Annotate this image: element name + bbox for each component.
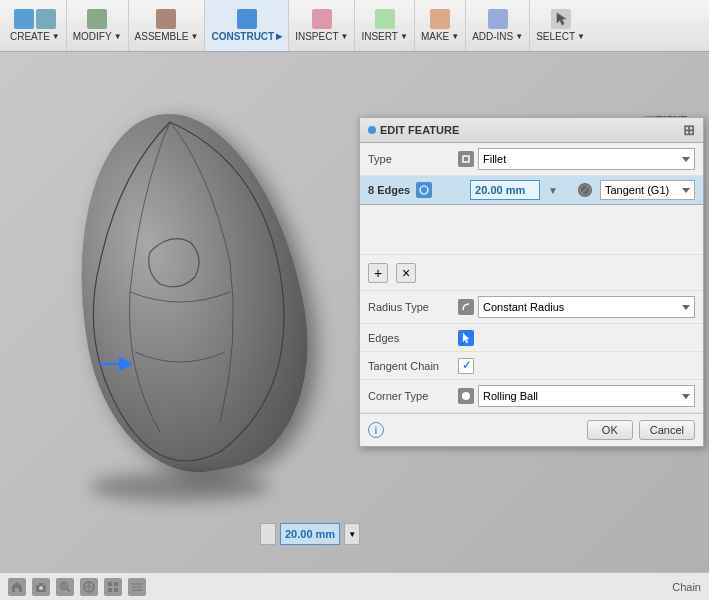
type-label: Type: [368, 153, 458, 165]
panel-body: Type Fillet 8 Edges: [360, 143, 703, 446]
status-icon-view[interactable]: [80, 578, 98, 596]
svg-line-19: [67, 589, 70, 592]
corner-type-content: Rolling Ball: [458, 385, 695, 407]
construct-group[interactable]: CONSTRUCT ▶: [205, 0, 289, 51]
modify-group[interactable]: MODIFY ▼: [67, 0, 129, 51]
insert-icon: [375, 9, 395, 29]
corner-type-select[interactable]: Rolling Ball: [478, 385, 695, 407]
select-icon: [551, 9, 571, 29]
svg-rect-27: [108, 588, 112, 592]
constant-radius-icon: [458, 299, 474, 315]
svg-rect-26: [114, 582, 118, 586]
inspect-icon: [312, 9, 332, 29]
canvas-area[interactable]: TOP FRONT RIGHT Y X Z RIGHT EDIT FEATURE…: [0, 52, 709, 600]
create-icon-1: [14, 9, 34, 29]
shape-shadow: [90, 472, 270, 502]
shape-lines-svg: [80, 112, 300, 472]
corner-type-label: Corner Type: [368, 390, 458, 402]
panel-header: EDIT FEATURE ⊞: [360, 118, 703, 143]
panel-title: EDIT FEATURE: [380, 124, 459, 136]
edit-feature-panel: EDIT FEATURE ⊞ Type Fillet: [359, 117, 704, 447]
rolling-ball-icon: [458, 388, 474, 404]
status-icon-zoom[interactable]: [56, 578, 74, 596]
dim-prefix: [260, 523, 276, 545]
tangent-chain-content: [458, 358, 695, 374]
panel-header-left: EDIT FEATURE: [368, 124, 459, 136]
type-content: Fillet: [458, 148, 695, 170]
status-icon-grid2[interactable]: [128, 578, 146, 596]
type-select[interactable]: Fillet: [478, 148, 695, 170]
svg-rect-28: [114, 588, 118, 592]
status-bar: Chain: [0, 572, 709, 600]
modify-icon: [87, 9, 107, 29]
tangent-chain-label: Tangent Chain: [368, 360, 458, 372]
dim-value[interactable]: 20.00 mm: [280, 523, 340, 545]
edge-icon: [416, 182, 432, 198]
create-label: CREATE ▼: [10, 31, 60, 42]
inspect-group[interactable]: INSPECT ▼: [289, 0, 355, 51]
panel-footer: i OK Cancel: [360, 413, 703, 446]
toolbar: CREATE ▼ MODIFY ▼ ASSEMBLE ▼ CONSTRUCT ▶: [0, 0, 709, 52]
svg-point-15: [462, 392, 470, 400]
edge-actions-row: + ×: [360, 255, 703, 291]
status-icon-home[interactable]: [8, 578, 26, 596]
remove-edge-button[interactable]: ×: [396, 263, 416, 283]
dim-dropdown-btn[interactable]: ▼: [344, 523, 360, 545]
assemble-icon: [156, 9, 176, 29]
assemble-group[interactable]: ASSEMBLE ▼: [129, 0, 206, 51]
type-row: Type Fillet: [360, 143, 703, 176]
construct-label: CONSTRUCT ▶: [211, 31, 282, 42]
edges-content-2: [458, 330, 695, 346]
svg-rect-25: [108, 582, 112, 586]
edge-label: 8 Edges: [368, 184, 410, 196]
construct-icon: [237, 9, 257, 29]
panel-expand-btn[interactable]: ⊞: [683, 122, 695, 138]
assemble-label: ASSEMBLE ▼: [135, 31, 199, 42]
modify-label: MODIFY ▼: [73, 31, 122, 42]
radius-type-row: Radius Type Constant Radius: [360, 291, 703, 324]
dimension-input-area: 20.00 mm ▼: [260, 523, 360, 545]
edge-empty-area: [360, 205, 703, 255]
make-group[interactable]: MAKE ▼: [415, 0, 466, 51]
make-label: MAKE ▼: [421, 31, 459, 42]
addins-icon: [488, 9, 508, 29]
tangent-icon: [578, 183, 592, 197]
edges-row-2: Edges: [360, 324, 703, 352]
fillet-icon: [458, 151, 474, 167]
svg-point-13: [420, 186, 428, 194]
edge-row[interactable]: 8 Edges ▼ Tangent (G1): [360, 176, 703, 205]
create-arrow: ▼: [52, 32, 60, 41]
radius-type-label: Radius Type: [368, 301, 458, 313]
create-icon-2: [36, 9, 56, 29]
radius-type-content: Constant Radius: [458, 296, 695, 318]
status-chain-label: Chain: [672, 581, 701, 593]
panel-dot: [368, 126, 376, 134]
select-group[interactable]: SELECT ▼: [530, 0, 591, 51]
info-icon[interactable]: i: [368, 422, 384, 438]
tangent-chain-row: Tangent Chain: [360, 352, 703, 380]
corner-type-row: Corner Type Rolling Ball: [360, 380, 703, 413]
insert-group[interactable]: INSERT ▼: [355, 0, 414, 51]
edge-mm-input[interactable]: [470, 180, 540, 200]
edges-label-2: Edges: [368, 332, 458, 344]
tangent-chain-checkbox[interactable]: [458, 358, 474, 374]
svg-point-17: [39, 586, 43, 590]
create-group[interactable]: CREATE ▼: [4, 0, 67, 51]
arrow-indicator: [100, 352, 132, 380]
make-icon: [430, 9, 450, 29]
3d-shape-container: [60, 112, 320, 492]
status-icon-grid[interactable]: [104, 578, 122, 596]
add-edge-button[interactable]: +: [368, 263, 388, 283]
insert-label: INSERT ▼: [361, 31, 407, 42]
edges-cursor-icon[interactable]: [458, 330, 474, 346]
addins-group[interactable]: ADD-INS ▼: [466, 0, 530, 51]
ok-button[interactable]: OK: [587, 420, 633, 440]
addins-label: ADD-INS ▼: [472, 31, 523, 42]
inspect-label: INSPECT ▼: [295, 31, 348, 42]
radius-type-select[interactable]: Constant Radius: [478, 296, 695, 318]
select-label: SELECT ▼: [536, 31, 585, 42]
status-icon-camera[interactable]: [32, 578, 50, 596]
tangent-select[interactable]: Tangent (G1): [600, 180, 695, 200]
cancel-button[interactable]: Cancel: [639, 420, 695, 440]
